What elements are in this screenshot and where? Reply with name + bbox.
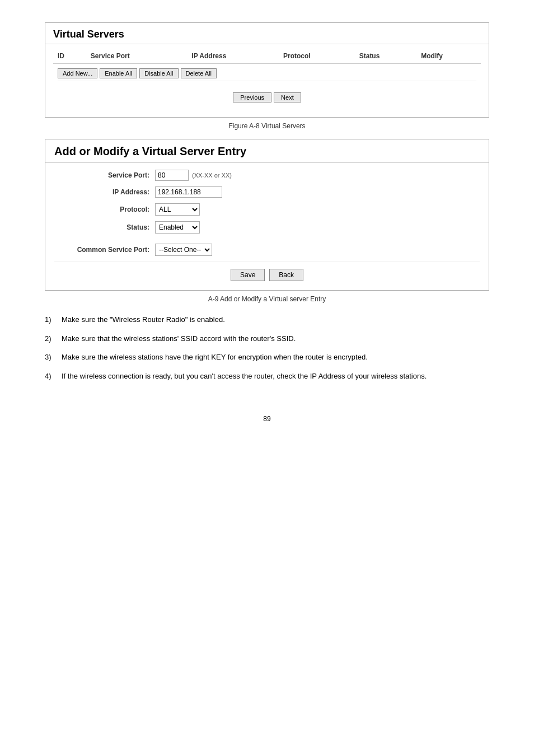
virtual-servers-header: Virtual Servers (45, 23, 489, 44)
list-item: 2) Make sure that the wireless stations'… (45, 333, 489, 344)
list-text-3: Make sure the wireless stations have the… (62, 352, 489, 363)
service-port-row: Service Port: (XX-XX or XX) (54, 170, 480, 181)
service-port-input[interactable] (155, 170, 189, 181)
col-id: ID (53, 49, 86, 64)
virtual-servers-panel: Virtual Servers ID Service Port IP Addre… (45, 22, 489, 118)
back-button[interactable]: Back (269, 269, 303, 281)
virtual-servers-table: ID Service Port IP Address Protocol Stat… (53, 49, 481, 108)
delete-all-button[interactable]: Delete All (181, 68, 217, 78)
ip-address-input[interactable] (155, 186, 222, 198)
ip-address-row: IP Address: (54, 186, 480, 198)
virtual-servers-title: Virtual Servers (53, 29, 481, 40)
actions-row: Add New... Enable All Disable All Delete… (58, 66, 476, 81)
list-text-4: If the wireless connection is ready, but… (62, 371, 489, 382)
status-label: Status: (54, 223, 155, 231)
protocol-label: Protocol: (54, 206, 155, 213)
list-item: 1) Make sure the "Wireless Router Radio"… (45, 314, 489, 325)
previous-button[interactable]: Previous (233, 92, 271, 102)
virtual-servers-body: ID Service Port IP Address Protocol Stat… (45, 44, 489, 117)
common-service-port-label: Common Service Port: (54, 246, 155, 254)
status-row: Status: Enabled Disabled (54, 221, 480, 234)
next-button[interactable]: Next (274, 92, 301, 102)
add-modify-header: Add or Modify a Virtual Server Entry (45, 139, 489, 163)
col-ip-address: IP Address (187, 49, 279, 64)
page-number: 89 (45, 415, 489, 423)
common-service-port-row: Common Service Port: --Select One-- (54, 244, 480, 256)
service-port-label: Service Port: (54, 171, 155, 179)
service-port-hint: (XX-XX or XX) (192, 172, 232, 179)
form-buttons-row: Save Back (54, 264, 480, 283)
col-modify: Modify (416, 49, 481, 64)
add-new-button[interactable]: Add New... (58, 68, 97, 78)
col-status: Status (355, 49, 417, 64)
instructions-list: 1) Make sure the "Wireless Router Radio"… (45, 314, 489, 381)
enable-all-button[interactable]: Enable All (100, 68, 137, 78)
list-text-1: Make sure the "Wireless Router Radio" is… (62, 314, 489, 325)
ip-address-label: IP Address: (54, 188, 155, 196)
figure-caption-1: Figure A-8 Virtual Servers (45, 122, 489, 130)
list-text-2: Make sure that the wireless stations' SS… (62, 333, 489, 344)
list-num-2: 2) (45, 333, 62, 344)
divider (54, 262, 480, 262)
nav-row: Previous Next (58, 89, 476, 106)
list-num-4: 4) (45, 371, 62, 382)
list-item: 4) If the wireless connection is ready, … (45, 371, 489, 382)
common-service-port-select[interactable]: --Select One-- (155, 244, 212, 256)
add-modify-panel: Add or Modify a Virtual Server Entry Ser… (45, 139, 489, 291)
col-protocol: Protocol (279, 49, 355, 64)
protocol-select[interactable]: ALL TCP UDP (155, 203, 200, 216)
save-button[interactable]: Save (231, 269, 265, 281)
protocol-row: Protocol: ALL TCP UDP (54, 203, 480, 216)
add-modify-title: Add or Modify a Virtual Server Entry (54, 145, 480, 158)
list-item: 3) Make sure the wireless stations have … (45, 352, 489, 363)
list-num-3: 3) (45, 352, 62, 363)
status-select[interactable]: Enabled Disabled (155, 221, 200, 234)
col-service-port: Service Port (86, 49, 188, 64)
disable-all-button[interactable]: Disable All (139, 68, 178, 78)
list-num-1: 1) (45, 314, 62, 325)
figure-caption-2: A-9 Add or Modify a Virtual server Entry (45, 295, 489, 303)
add-modify-body: Service Port: (XX-XX or XX) IP Address: … (45, 163, 489, 290)
